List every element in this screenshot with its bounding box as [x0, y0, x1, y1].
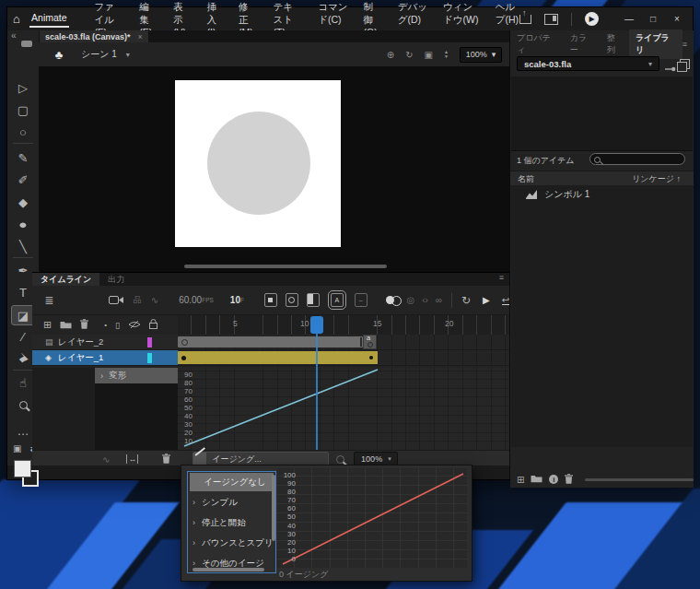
selection-tool[interactable]: ▷	[11, 78, 35, 97]
easing-graph-area[interactable]	[178, 368, 509, 450]
default-colors-icon[interactable]: ▣	[13, 443, 21, 454]
easing-preset-item[interactable]: › シンプル	[188, 492, 275, 512]
layer-name[interactable]: レイヤー_1	[58, 352, 103, 364]
center-stage-icon[interactable]: ⊕	[387, 50, 394, 60]
column-name[interactable]: 名前	[518, 173, 534, 185]
zoom-stepper[interactable]: ▲▼	[444, 50, 449, 59]
popup-horizontal-scrollbar[interactable]	[192, 568, 264, 571]
scene-chevron-icon[interactable]: ▾	[126, 51, 130, 59]
tab-properties[interactable]: プロパティ	[510, 29, 564, 59]
scene-icon[interactable]: ♣	[50, 46, 68, 63]
line-tool[interactable]: ╲	[11, 237, 35, 255]
auto-keyframe-button[interactable]: A	[331, 293, 344, 307]
lock-layers-icon[interactable]	[149, 319, 158, 331]
collapse-toolbar-icon[interactable]: «	[11, 30, 17, 41]
toolbar-grip[interactable]	[21, 41, 32, 47]
camera-icon[interactable]	[109, 295, 124, 305]
edit-multiple-frames-icon[interactable]: ‹›	[422, 295, 428, 305]
fill-color-swatch[interactable]	[14, 460, 31, 477]
timeline-ruler[interactable]: 5101520	[178, 315, 509, 336]
library-document-select[interactable]: scale-03.fla ▾	[517, 56, 659, 71]
rotate-view-icon[interactable]: ↻	[405, 50, 413, 60]
highlight-dot-icon[interactable]: •	[104, 321, 107, 329]
column-linkage[interactable]: リンケージ ↑	[632, 173, 681, 185]
layer-row-1[interactable]: ◈ レイヤー_1	[32, 350, 178, 366]
classic-brush-tool[interactable]: ✐	[11, 171, 35, 189]
magnifier-icon[interactable]	[336, 455, 344, 464]
stage-pasteboard[interactable]	[39, 66, 509, 272]
tab-color[interactable]: カラー	[564, 29, 601, 59]
remove-frame-button[interactable]: –	[355, 293, 368, 307]
easing-preset-item[interactable]: › バウンスとスプリ	[188, 533, 275, 553]
tab-library[interactable]: ライブラリ	[629, 29, 682, 59]
tab-timeline[interactable]: タイムライン	[32, 273, 99, 286]
library-horizontal-scrollbar[interactable]	[585, 478, 694, 481]
layer1-frames[interactable]	[178, 350, 509, 366]
stage-horizontal-scrollbar[interactable]	[184, 265, 387, 268]
tab-output[interactable]: 出力	[99, 273, 133, 286]
app-name[interactable]: Animate	[29, 10, 69, 28]
close-tab-icon[interactable]: ×	[138, 32, 143, 41]
scene-name[interactable]: シーン 1	[81, 48, 117, 61]
loop-playback-icon[interactable]: ↻	[461, 294, 471, 307]
property-row-transform[interactable]: › 変形	[95, 368, 178, 383]
new-folder-button[interactable]	[531, 474, 542, 485]
curve-icon[interactable]: ∿	[102, 454, 110, 465]
delete-property-button[interactable]	[162, 454, 170, 465]
graph-editor-icon[interactable]: ∿	[151, 295, 158, 305]
new-layer-button[interactable]: ⊞	[43, 319, 52, 331]
lasso-tool[interactable]: ○	[11, 123, 35, 141]
play-button[interactable]: ▶	[483, 295, 490, 305]
layer-name[interactable]: レイヤー_2	[58, 336, 103, 348]
test-movie-icon[interactable]: ▶	[585, 12, 599, 26]
stage-canvas[interactable]	[175, 80, 341, 247]
new-library-panel-icon[interactable]	[680, 59, 690, 69]
action-keyframe[interactable]: a	[363, 335, 377, 349]
easing-preset-item[interactable]: › 停止と開始	[188, 512, 275, 533]
onion-skin-outline-icon[interactable]: ◎	[406, 295, 414, 305]
library-item-row[interactable]: シンボル 1	[511, 185, 693, 203]
new-symbol-button[interactable]: ⊞	[517, 475, 524, 485]
library-search-input[interactable]	[589, 153, 685, 165]
insert-blank-keyframe-button[interactable]	[307, 293, 320, 307]
layer2-frames[interactable]: a	[178, 335, 509, 350]
minimize-button[interactable]: —	[617, 7, 641, 30]
share-icon[interactable]: ↑	[519, 15, 531, 24]
popup-vertical-scrollbar[interactable]	[272, 475, 275, 541]
layer-depth-icon[interactable]: ≣	[32, 294, 66, 307]
onion-skin-icon[interactable]	[386, 295, 400, 306]
fps-value[interactable]: 60.00	[179, 295, 202, 305]
fit-frames-icon[interactable]: ↔	[126, 454, 138, 464]
easing-button[interactable]: イージング...	[192, 452, 329, 466]
circle-shape[interactable]	[207, 112, 310, 215]
link-icon[interactable]: ∞	[436, 295, 442, 305]
expand-chevron-icon[interactable]: ›	[100, 371, 103, 381]
current-frame-value[interactable]: 10	[230, 295, 240, 305]
rewind-button[interactable]: ↩	[502, 296, 509, 305]
clip-content-icon[interactable]: ▣	[425, 50, 433, 60]
properties-icon[interactable]: i	[549, 475, 558, 484]
easing-preset-item[interactable]: イージングなし	[190, 473, 274, 491]
frame-span[interactable]	[178, 336, 363, 348]
close-button[interactable]: ×	[665, 7, 689, 30]
insert-keyframe-button[interactable]	[286, 293, 298, 307]
maximize-button[interactable]: □	[641, 7, 665, 30]
oval-tool[interactable]: ●	[8, 215, 39, 233]
insert-frame-button[interactable]	[264, 293, 277, 307]
stage-zoom-select[interactable]: 100% ▾	[460, 47, 502, 63]
home-icon[interactable]: ⌂	[7, 12, 26, 26]
hide-layers-icon[interactable]	[128, 320, 141, 331]
outline-toggle-icon[interactable]: ▯	[115, 321, 120, 330]
free-transform-tool[interactable]: ▢	[11, 100, 35, 119]
panel-menu-icon[interactable]: ≡	[682, 40, 694, 49]
delete-item-button[interactable]	[565, 474, 573, 486]
document-tab[interactable]: scale-03.fla (Canvas)* ×	[40, 30, 148, 42]
playhead[interactable]	[310, 316, 323, 334]
layer-row-2[interactable]: ▤ レイヤー_2	[32, 335, 178, 350]
delete-layer-button[interactable]	[80, 319, 88, 331]
workspace-icon[interactable]	[544, 14, 558, 25]
layer-color-chip[interactable]	[147, 353, 152, 363]
panel-menu-icon[interactable]: ≡	[499, 273, 509, 286]
easing-preset-list[interactable]: イージングなし › シンプル › 停止と開始 › バウンスとスプリ › その他の…	[187, 471, 276, 573]
selected-tween-span[interactable]	[178, 351, 378, 364]
